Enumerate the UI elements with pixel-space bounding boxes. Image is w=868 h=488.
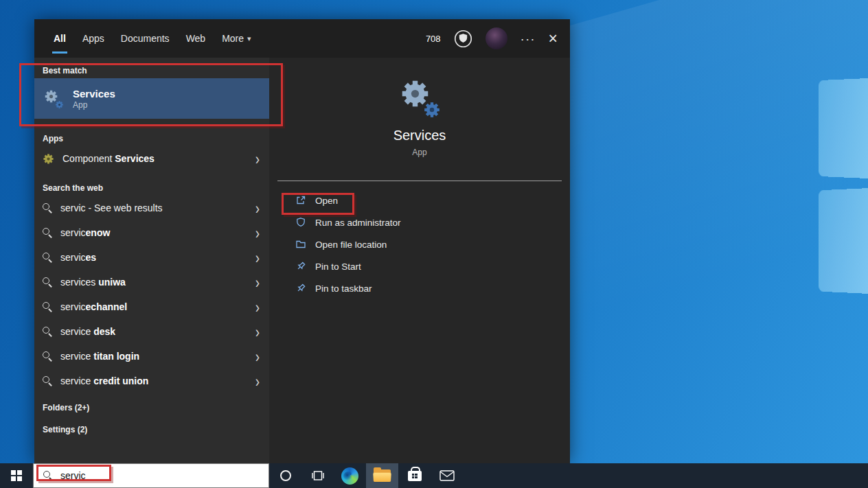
start-search-flyout: All Apps Documents Web More▾ 708 ··· ×: [34, 19, 570, 463]
tab-web[interactable]: Web: [186, 19, 206, 58]
admin-shield-icon: [295, 217, 306, 228]
mail-button[interactable]: [431, 463, 463, 488]
app-result-text: Component Services: [62, 153, 155, 164]
chevron-right-icon[interactable]: ›: [255, 274, 260, 290]
best-match-subtitle: App: [73, 100, 115, 111]
chevron-right-icon[interactable]: ›: [255, 150, 260, 167]
web-suggestion-list: servic - See web results › servicenow › …: [34, 196, 269, 393]
wallpaper-logo-pane: [819, 77, 868, 180]
action-pin-to-taskbar[interactable]: Pin to taskbar: [269, 277, 570, 299]
pin-icon: [295, 261, 306, 272]
windows-logo-icon: [11, 470, 22, 481]
tab-more[interactable]: More▾: [222, 19, 251, 58]
desktop: All Apps Documents Web More▾ 708 ··· ×: [0, 0, 868, 488]
search-icon: [43, 351, 52, 361]
best-match-title: Services: [73, 87, 115, 100]
microsoft-store-button[interactable]: [398, 463, 431, 488]
pin-icon: [295, 283, 306, 294]
close-icon[interactable]: ×: [549, 31, 558, 47]
suggestion-text: service credit union: [60, 375, 148, 386]
store-icon: [408, 471, 422, 481]
file-explorer-button[interactable]: [366, 463, 398, 488]
wallpaper-logo-pane: [819, 187, 868, 295]
chevron-right-icon[interactable]: ›: [255, 224, 260, 241]
preview-title: Services: [393, 128, 446, 143]
taskbar: [0, 463, 868, 488]
web-suggestion-row[interactable]: servicenow ›: [34, 220, 269, 245]
web-suggestion-row[interactable]: service titan login ›: [34, 344, 269, 369]
web-suggestion-row[interactable]: services uniwa ›: [34, 270, 269, 294]
results-column: Best match Services App Apps: [34, 58, 269, 463]
tab-all[interactable]: All: [54, 19, 66, 58]
best-match-result-services[interactable]: Services App: [34, 78, 269, 119]
search-icon: [43, 327, 52, 336]
search-icon: [43, 253, 52, 262]
search-icon: [43, 203, 52, 213]
services-gear-icon-large: [398, 78, 441, 117]
taskbar-search-box[interactable]: [33, 463, 269, 488]
search-input[interactable]: [59, 469, 238, 482]
web-suggestion-row[interactable]: service credit union ›: [34, 369, 269, 393]
folders-section-header[interactable]: Folders (2+): [34, 400, 269, 415]
chevron-right-icon[interactable]: ›: [255, 249, 260, 266]
web-suggestion-row[interactable]: servicechannel ›: [34, 294, 269, 319]
search-icon: [43, 471, 53, 480]
search-results-body: Best match Services App Apps: [34, 58, 570, 463]
settings-section-header[interactable]: Settings (2): [34, 422, 269, 437]
search-filter-tabbar: All Apps Documents Web More▾ 708 ··· ×: [34, 19, 570, 58]
action-pin-to-start[interactable]: Pin to Start: [269, 255, 570, 277]
task-view-button[interactable]: [301, 463, 334, 488]
component-services-icon: [43, 153, 54, 165]
web-section-header: Search the web: [34, 181, 269, 196]
search-icon: [43, 228, 52, 237]
action-open-file-location[interactable]: Open file location: [269, 233, 570, 255]
edge-button[interactable]: [334, 463, 366, 488]
web-suggestion-row[interactable]: services ›: [34, 245, 269, 270]
suggestion-text: services uniwa: [60, 277, 126, 288]
edge-icon: [341, 467, 358, 485]
search-icon: [43, 302, 52, 312]
chevron-down-icon: ▾: [247, 34, 251, 43]
cortana-icon: [280, 470, 291, 481]
file-location-icon: [295, 239, 306, 250]
defender-count-badge: 708: [426, 34, 441, 44]
open-icon: [295, 195, 306, 206]
tabbar-right-cluster: 708 ··· ×: [426, 27, 558, 49]
suggestion-text: servicenow: [60, 227, 110, 238]
suggestion-text: service titan login: [60, 351, 139, 362]
file-explorer-icon: [374, 469, 391, 482]
apps-section-header: Apps: [34, 131, 269, 146]
search-icon: [43, 376, 52, 386]
tab-documents[interactable]: Documents: [121, 19, 170, 58]
action-run-as-administrator[interactable]: Run as administrator: [269, 211, 570, 233]
web-suggestion-row[interactable]: servic - See web results ›: [34, 196, 269, 220]
chevron-right-icon[interactable]: ›: [255, 323, 260, 340]
mail-icon: [439, 470, 455, 481]
chevron-right-icon[interactable]: ›: [255, 299, 260, 315]
best-match-header: Best match: [34, 63, 269, 78]
tab-apps[interactable]: Apps: [82, 19, 104, 58]
suggestion-text: services: [60, 252, 96, 263]
defender-shield-icon[interactable]: [454, 30, 472, 48]
chevron-right-icon[interactable]: ›: [255, 348, 260, 364]
context-actions: Open Run as administrator Open file loca…: [269, 189, 570, 299]
user-avatar[interactable]: [486, 27, 507, 49]
app-result-component-services[interactable]: Component Services ›: [34, 146, 269, 171]
task-view-icon: [311, 469, 325, 482]
suggestion-text: service desk: [60, 326, 115, 337]
suggestion-text: servicechannel: [60, 301, 127, 312]
more-options-icon[interactable]: ···: [521, 32, 536, 45]
chevron-right-icon[interactable]: ›: [255, 200, 260, 216]
cortana-button[interactable]: [269, 463, 301, 488]
chevron-right-icon[interactable]: ›: [255, 373, 260, 389]
search-icon: [43, 277, 52, 287]
web-suggestion-row[interactable]: service desk ›: [34, 319, 269, 344]
preview-subtitle: App: [412, 148, 426, 157]
best-match-text: Services App: [73, 87, 115, 111]
services-gear-icon: [44, 89, 62, 108]
action-open[interactable]: Open: [269, 189, 570, 211]
preview-pane: Services App Open Run as administrator O…: [269, 58, 570, 463]
suggestion-text: servic - See web results: [60, 202, 163, 213]
start-button[interactable]: [0, 463, 33, 488]
preview-divider: [277, 181, 562, 181]
